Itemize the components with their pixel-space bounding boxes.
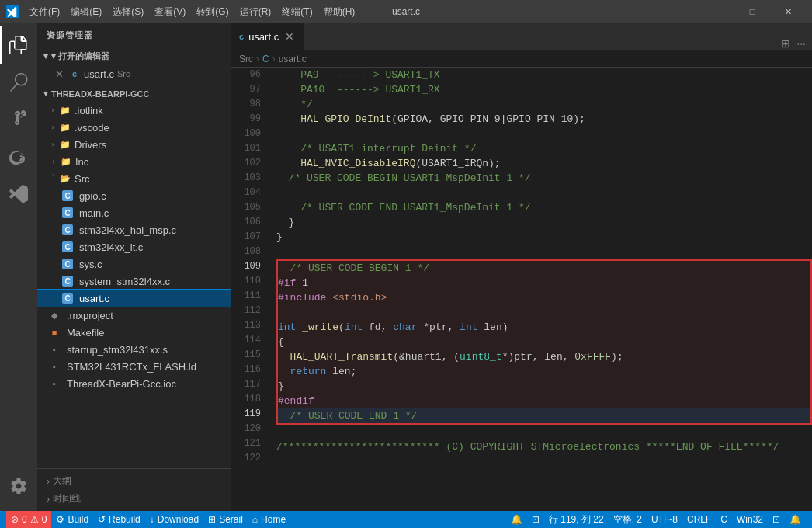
status-home[interactable]: ⌂ Home: [248, 511, 290, 528]
project-section[interactable]: ▾ THREADX-BEARPI-GCC: [37, 85, 231, 102]
dot-file-icon: ◆: [48, 309, 61, 321]
code-line-101: /* USART1 interrupt Deinit */: [276, 141, 812, 156]
tree-item-it[interactable]: C stm32l4xx_it.c: [37, 238, 231, 255]
maximize-button[interactable]: □: [734, 0, 770, 23]
c-file-icon: C: [62, 224, 73, 235]
editor-area: c usart.c ✕ ⊞ ··· Src › C › usart.c 96 9…: [231, 23, 812, 511]
breadcrumb-c[interactable]: C: [262, 54, 269, 64]
code-line-114: {: [278, 335, 810, 349]
menu-select[interactable]: 选择(S): [108, 4, 148, 20]
tree-item-main[interactable]: C main.c: [37, 204, 231, 221]
activity-debug[interactable]: [0, 138, 37, 175]
tree-item-usart[interactable]: C usart.c: [37, 290, 231, 307]
timeline-section[interactable]: › 时间线: [43, 490, 225, 508]
activity-search[interactable]: [0, 64, 37, 101]
menu-help[interactable]: 帮助(H): [319, 4, 360, 20]
c-file-icon: C: [62, 293, 73, 304]
chevron-right-icon: ›: [47, 494, 50, 505]
status-spaces[interactable]: 空格: 2: [609, 511, 647, 528]
ln-110: 110: [231, 274, 261, 289]
more-button[interactable]: ···: [796, 37, 806, 50]
tab-usart[interactable]: c usart.c ✕: [231, 23, 304, 50]
status-build[interactable]: ⚙ Build: [51, 511, 93, 528]
code-line-108: [276, 245, 812, 259]
split-editor-button[interactable]: ⊞: [781, 37, 790, 50]
error-icon: ⊘: [11, 514, 19, 525]
ln-115: 115: [231, 348, 261, 363]
tree-item-gpio[interactable]: C gpio.c: [37, 187, 231, 204]
ln-96: 96: [231, 68, 261, 82]
menu-goto[interactable]: 转到(G): [192, 4, 233, 20]
ln-118: 118: [231, 392, 261, 407]
remote-icon: ⊡: [772, 514, 780, 525]
status-line-col[interactable]: 行 119, 列 22: [544, 511, 609, 528]
status-errors[interactable]: ⊘ 0 ⚠ 0: [6, 511, 51, 528]
bell-icon: 🔔: [511, 514, 522, 525]
vscode-logo: [6, 5, 19, 18]
activity-settings[interactable]: [0, 467, 37, 505]
status-notifications[interactable]: 🔔: [506, 511, 527, 528]
status-sync[interactable]: ⊡: [527, 511, 544, 528]
rebuild-icon: ↺: [98, 514, 106, 525]
code-content[interactable]: PA9 ------> USART1_TX PA10 ------> USART…: [270, 68, 812, 511]
menu-edit[interactable]: 编辑(E): [66, 4, 106, 20]
ln-107: 107: [231, 230, 261, 245]
tree-item-ioc[interactable]: ▪ ThreadX-BearPi-Gcc.ioc: [37, 375, 231, 392]
status-bar: ⊘ 0 ⚠ 0 ⚙ Build ↺ Rebuild ↓ Download ⊞ S…: [0, 511, 812, 528]
tree-item-src[interactable]: › 📂 Src: [37, 170, 231, 187]
tree-item-vscode[interactable]: › 📁 .vscode: [37, 119, 231, 136]
status-rebuild[interactable]: ↺ Rebuild: [93, 511, 145, 528]
code-editor[interactable]: 96 97 98 99 100 101 102 103 104 105 106 …: [231, 68, 812, 511]
breadcrumb: Src › C › usart.c: [231, 50, 812, 68]
c-file-icon: C: [62, 190, 73, 201]
sidebar: 资源管理器 ▾ ▾ 打开的编辑器 ✕ c usart.c Src ▾ THREA…: [37, 23, 231, 511]
breadcrumb-usart[interactable]: usart.c: [279, 54, 307, 64]
status-remote[interactable]: ⊡: [768, 511, 785, 528]
status-download[interactable]: ↓ Download: [145, 511, 203, 528]
tree-item-iotlink[interactable]: › 📁 .iotlink: [37, 102, 231, 119]
status-bell[interactable]: 🔔: [785, 511, 806, 528]
tab-bar-actions: ⊞ ···: [775, 37, 812, 50]
close-icon[interactable]: ✕: [53, 68, 65, 80]
activity-explorer[interactable]: [0, 26, 37, 64]
code-line-122: [276, 454, 812, 469]
status-eol[interactable]: CRLF: [682, 511, 716, 528]
code-line-106: }: [276, 215, 812, 230]
breadcrumb-src[interactable]: Src: [239, 54, 253, 64]
open-editors-section[interactable]: ▾ ▾ 打开的编辑器: [37, 47, 231, 65]
tree-item-inc[interactable]: › 📁 Inc: [37, 153, 231, 170]
ln-112: 112: [231, 304, 261, 318]
tree-item-startup[interactable]: ▪ startup_stm32l431xx.s: [37, 341, 231, 358]
status-platform[interactable]: Win32: [732, 511, 768, 528]
tree-item-sys[interactable]: C sys.c: [37, 255, 231, 273]
status-serial[interactable]: ⊞ Serail: [203, 511, 248, 528]
tree-item-makefile[interactable]: ■ Makefile: [37, 324, 231, 341]
tree-item-drivers[interactable]: › 📁 Drivers: [37, 136, 231, 153]
outline-section[interactable]: › 大纲: [43, 472, 225, 490]
open-file-usart[interactable]: ✕ c usart.c Src: [37, 65, 231, 82]
line-numbers: 96 97 98 99 100 101 102 103 104 105 106 …: [231, 68, 270, 511]
code-line-103: /* USER CODE BEGIN USART1_MspDeInit 1 */: [276, 171, 812, 186]
status-language[interactable]: C: [716, 511, 732, 528]
close-button[interactable]: ✕: [770, 0, 806, 23]
code-line-119: /* USER CODE END 1 */: [278, 408, 810, 423]
menu-run[interactable]: 运行(R): [235, 4, 276, 20]
code-line-110: #if 1: [278, 276, 810, 290]
minimize-button[interactable]: ─: [699, 0, 734, 23]
activity-extensions[interactable]: [0, 175, 37, 213]
tree-item-system[interactable]: C system_stm32l4xx.c: [37, 273, 231, 290]
tab-close-button[interactable]: ✕: [283, 30, 296, 43]
status-encoding[interactable]: UTF-8: [647, 511, 682, 528]
menu-terminal[interactable]: 终端(T): [277, 4, 317, 20]
tree-item-mxproject[interactable]: ◆ .mxproject: [37, 307, 231, 324]
folder-icon: 📁: [59, 121, 71, 134]
tree-item-flash-ld[interactable]: ▪ STM32L431RCTx_FLASH.ld: [37, 358, 231, 375]
menu-view[interactable]: 查看(V): [150, 4, 190, 20]
chevron-down-icon: ▾: [43, 89, 48, 99]
code-line-97: PA10 ------> USART1_RX: [276, 82, 812, 97]
code-line-105: /* USER CODE END USART1_MspDeInit 1 */: [276, 200, 812, 215]
activity-source-control[interactable]: [0, 101, 37, 138]
tree-item-hal-msp[interactable]: C stm32l4xx_hal_msp.c: [37, 221, 231, 238]
code-line-96: PA9 ------> USART1_TX: [276, 68, 812, 82]
menu-file[interactable]: 文件(F): [25, 4, 64, 20]
